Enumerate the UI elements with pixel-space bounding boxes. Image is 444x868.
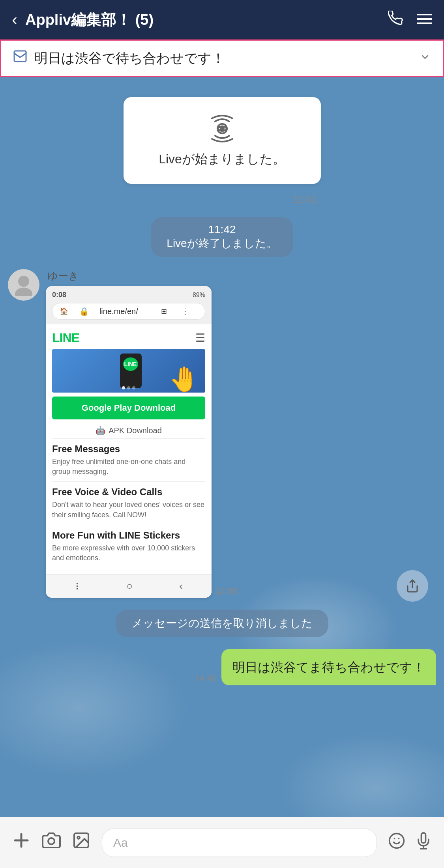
live-started-message: Liveが始まりました。 11:41	[0, 85, 444, 209]
browser-time: 0:08	[52, 291, 66, 299]
toolbar-right-icons	[388, 832, 432, 853]
received-link-message: ゆーき 0:08 89% 🏠 �	[0, 265, 444, 602]
link-message-timestamp: 12:08	[215, 586, 237, 596]
line-menu-icon: ☰	[195, 331, 205, 344]
notice-icon	[13, 50, 27, 67]
svg-point-6	[15, 288, 32, 296]
svg-point-12	[77, 836, 80, 839]
feature-stickers: More Fun with LINE Stickers Be more expr…	[52, 525, 205, 568]
header-icons	[388, 11, 432, 29]
line-logo: LINE	[52, 331, 79, 345]
live-ended-bubble: 11:42 Liveが終了しました。	[151, 217, 293, 257]
live-ended-text: Liveが終了しました。	[167, 237, 277, 249]
user-avatar-icon	[14, 274, 34, 296]
live-started-timestamp: 11:41	[293, 194, 317, 205]
image-button[interactable]	[72, 831, 91, 854]
svg-point-5	[18, 276, 29, 287]
emoji-button[interactable]	[388, 832, 405, 853]
browser-nav-icon-2[interactable]: ○	[126, 580, 133, 592]
back-button[interactable]: ‹	[12, 10, 17, 29]
cancelled-text: メッセージの送信を取り消しました	[131, 617, 313, 629]
message-input[interactable]: Aa	[102, 829, 377, 857]
chat-area: Liveが始まりました。 11:41 11:42 Liveが終了しました。	[0, 77, 444, 820]
input-placeholder: Aa	[113, 836, 128, 849]
wifi-broadcast-icon	[206, 113, 238, 144]
feature-desc-3: Be more expressive with over 10,000 stic…	[52, 543, 205, 563]
notice-bar[interactable]: 明日は渋谷で待ち合わせです！	[0, 39, 444, 77]
sent-timestamp: 14:45	[195, 673, 217, 684]
feature-free-messages: Free Messages Enjoy free unlimited one-o…	[52, 438, 205, 481]
sent-message-row: 14:45 明日は渋谷てま待ち合わせです！	[0, 645, 444, 689]
live-started-text: Liveが始まりました。	[143, 151, 301, 168]
svg-point-13	[390, 833, 404, 848]
apk-text: APK Download	[109, 426, 162, 435]
call-icon[interactable]	[388, 11, 403, 29]
feature-voice-video: Free Voice & Video Calls Don't wait to h…	[52, 481, 205, 524]
url-text: line.me/en/	[99, 307, 138, 316]
lock-icon: 🔒	[79, 307, 96, 316]
link-preview-bubble[interactable]: 0:08 89% 🏠 🔒 line.me/en/ ⊞ ⋮	[46, 286, 212, 598]
share-button[interactable]	[397, 570, 428, 602]
live-ended-message: 11:42 Liveが終了しました。	[0, 217, 444, 257]
browser-top-bar: 0:08 89%	[52, 291, 205, 299]
message-with-time: 0:08 89% 🏠 🔒 line.me/en/ ⊞ ⋮	[46, 286, 436, 598]
feature-title-2: Free Voice & Video Calls	[52, 486, 205, 498]
refresh-icon: ⊞	[161, 307, 178, 316]
message-column: ゆーき 0:08 89% 🏠 �	[46, 269, 436, 598]
line-hero-image: LINE 🤚	[52, 349, 205, 393]
browser-nav-icon-3[interactable]: ‹	[179, 580, 183, 592]
plus-button[interactable]	[12, 831, 31, 854]
mic-button[interactable]	[415, 832, 432, 853]
notice-text: 明日は渋谷で待ち合わせです！	[34, 49, 412, 67]
sender-name: ゆーき	[47, 269, 436, 283]
svg-point-10	[48, 838, 54, 844]
cancelled-bubble: メッセージの送信を取り消しました	[116, 610, 328, 637]
avatar	[8, 269, 39, 301]
chat-header: ‹ Appliv編集部！ (5)	[0, 0, 444, 39]
cancelled-message: メッセージの送信を取り消しました	[8, 610, 436, 637]
line-website-content: LINE ☰ LINE 🤚	[46, 324, 212, 574]
feature-desc-1: Enjoy free unlimited one-on-one chats an…	[52, 457, 205, 477]
svg-point-4	[220, 126, 225, 131]
feature-title-3: More Fun with LINE Stickers	[52, 530, 205, 541]
browser-url-bar: 🏠 🔒 line.me/en/ ⊞ ⋮	[52, 303, 205, 320]
bottom-toolbar: Aa	[0, 817, 444, 868]
live-bubble: Liveが始まりました。	[124, 97, 321, 184]
live-ended-time: 11:42	[208, 223, 236, 236]
more-icon: ⋮	[181, 307, 198, 316]
feature-title-1: Free Messages	[52, 443, 205, 455]
chat-title: Appliv編集部！ (5)	[25, 10, 388, 30]
sent-bubble: 明日は渋谷てま待ち合わせです！	[221, 649, 436, 685]
browser-chrome: 0:08 89% 🏠 🔒 line.me/en/ ⊞ ⋮	[46, 286, 212, 324]
apk-download-row[interactable]: 🤖 APK Download	[52, 423, 205, 438]
menu-icon[interactable]	[417, 11, 432, 28]
feature-desc-2: Don't wait to hear your loved ones' voic…	[52, 500, 205, 520]
browser-nav-icon-1[interactable]: ⫶	[75, 580, 80, 592]
android-icon: 🤖	[96, 426, 105, 435]
camera-button[interactable]	[42, 831, 61, 854]
notice-chevron-icon[interactable]	[419, 51, 431, 66]
browser-bottom-bar: ⫶ ○ ‹	[46, 574, 212, 598]
google-play-button[interactable]: Google Play Download	[52, 397, 205, 419]
browser-battery: 89%	[193, 292, 205, 299]
